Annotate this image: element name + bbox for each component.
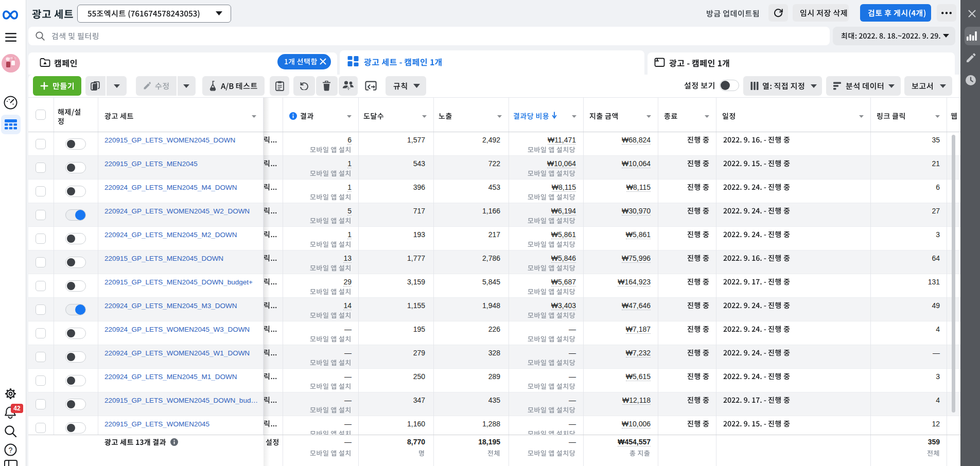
svg-text:?: ?: [9, 446, 13, 454]
svg-text:공부하기: 공부하기: [6, 57, 16, 60]
